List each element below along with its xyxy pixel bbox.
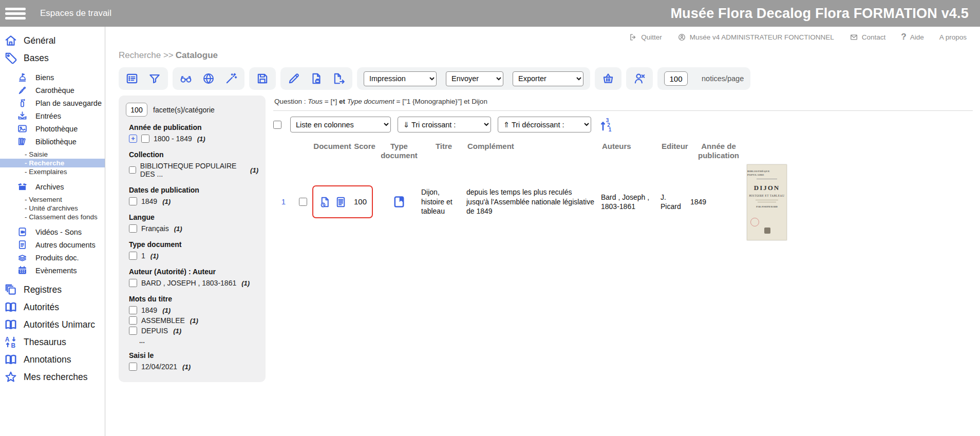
print-document-button[interactable] — [310, 72, 323, 85]
facet-checkbox[interactable] — [141, 135, 149, 143]
sidebar-item-recherche[interactable]: - Recherche — [0, 159, 105, 167]
notices-per-page: notices/page — [657, 67, 750, 90]
thumb-author-text: PAR JOSEPH BARD — [756, 205, 777, 208]
sidebar-item-annotations[interactable]: Annotations — [0, 351, 105, 368]
document-selection-box[interactable]: 100 — [312, 185, 373, 218]
facet-count-input[interactable] — [126, 103, 147, 117]
open-book-icon — [4, 318, 17, 331]
globe-search-button[interactable] — [202, 72, 215, 85]
question-mark-icon: ? — [901, 32, 906, 42]
sidebar-item-videos-sons[interactable]: Vidéos - Sons — [0, 225, 105, 238]
current-user[interactable]: Musée v4 ADMINISTRATEUR FONCTIONNEL — [677, 33, 834, 42]
facet-checkbox[interactable] — [129, 224, 137, 233]
sidebar-item-saisie[interactable]: - Saisie — [0, 150, 105, 159]
sidebar-item-classement-des-fonds[interactable]: - Classement des fonds — [0, 213, 105, 221]
basket-button[interactable] — [601, 72, 615, 85]
bell-icon — [17, 72, 28, 83]
quitter-link[interactable]: Quitter — [629, 33, 662, 42]
sidebar-item-plan-de-sauvegarde[interactable]: Plan de sauvegarde — [0, 97, 105, 109]
expand-plus-icon[interactable]: + — [129, 135, 137, 143]
facet-item: 1849 (1) — [126, 305, 258, 315]
facet-checkbox[interactable] — [129, 279, 137, 287]
sidebar-item-bibliotheque[interactable]: Bibliothèque — [0, 135, 105, 148]
facet-checkbox[interactable] — [129, 316, 137, 325]
sort-descending-select[interactable]: ⇑ Tri décroissant : — [498, 117, 591, 132]
inbox-download-icon — [17, 110, 28, 121]
user-circle-icon — [677, 33, 686, 42]
select-all-checkbox[interactable] — [273, 121, 281, 129]
document-history-icon[interactable] — [318, 196, 331, 208]
list-display-button[interactable] — [125, 72, 139, 85]
facet-checkbox[interactable] — [129, 306, 137, 314]
sidebar-item-autorites[interactable]: Autorités — [0, 298, 105, 316]
facet-group-saisi-le: Saisi le 12/04/2021 (1) — [126, 351, 258, 372]
aide-link[interactable]: ?Aide — [901, 32, 924, 42]
facet-more-link[interactable]: ... — [139, 337, 258, 345]
document-thumbnail[interactable]: BIBLIOTHÈQUE POPULAIRE DIJON HISTOIRE ET… — [747, 164, 787, 240]
facet-checkbox[interactable] — [129, 327, 137, 335]
results-header-row: Document Score Type document Titre Compl… — [273, 141, 973, 161]
sidebar-item-mes-recherches[interactable]: Mes recherches — [0, 368, 105, 386]
sidebar-item-biens[interactable]: Biens — [0, 71, 105, 84]
toolbar-group-actions: Impression Envoyer Exporter — [357, 67, 590, 90]
sidebar-item-phototheque[interactable]: Photothèque — [0, 122, 105, 135]
sort-numeric-icon[interactable] — [598, 117, 613, 132]
envoyer-select[interactable]: Envoyer — [446, 71, 503, 86]
facet-checkbox[interactable] — [129, 166, 136, 174]
sidebar-item-unite-archives[interactable]: - Unité d'archives — [0, 204, 105, 213]
image-icon — [17, 123, 28, 134]
facet-item: 1849 (1) — [126, 196, 258, 206]
edit-button[interactable] — [287, 72, 300, 85]
sort-ascending-select[interactable]: ⇓ Tri croissant : — [398, 117, 491, 132]
filter-button[interactable] — [148, 72, 161, 85]
sidebar-item-produits-doc[interactable]: Produits doc. — [0, 251, 105, 264]
sort-alpha-icon — [4, 335, 17, 349]
top-nav: Quitter Musée v4 ADMINISTRATEUR FONCTION… — [119, 29, 980, 45]
monograph-book-icon[interactable] — [392, 195, 406, 209]
facet-group-collection: Collection BIBLIOTHEQUE POPULAIRE DES ..… — [126, 150, 258, 179]
sidebar-item-evenements[interactable]: Evènements — [0, 264, 105, 277]
facet-checkbox[interactable] — [129, 363, 137, 371]
sidebar-item-thesaurus[interactable]: Thesaurus — [0, 333, 105, 351]
sidebar-item-bases[interactable]: Bases — [0, 49, 105, 67]
sidebar-item-autorites-unimarc[interactable]: Autorités Unimarc — [0, 316, 105, 333]
sidebar-item-autres-documents[interactable]: Autres documents — [0, 238, 105, 251]
sidebar-item-archives[interactable]: Archives — [0, 180, 105, 193]
sidebar-item-registres[interactable]: Registres — [0, 281, 105, 298]
facet-group-langue: Langue Français (1) — [126, 213, 258, 234]
facet-checkbox[interactable] — [129, 252, 137, 260]
open-book-icon — [4, 353, 17, 366]
magic-wand-button[interactable] — [224, 72, 238, 85]
row-checkbox[interactable] — [299, 198, 307, 206]
save-button[interactable] — [256, 72, 269, 85]
sidebar-item-exemplaires[interactable]: - Exemplaires — [0, 167, 105, 176]
facet-checkbox[interactable] — [129, 197, 137, 205]
sidebar-item-general[interactable]: Général — [0, 32, 105, 49]
list-mode-select[interactable]: Liste en colonnes — [290, 117, 391, 132]
carrot-icon — [17, 85, 28, 96]
main-content: Quitter Musée v4 ADMINISTRATEUR FONCTION… — [105, 27, 980, 436]
thumb-title-text: DIJON — [754, 183, 780, 192]
contact-link[interactable]: Contact — [850, 33, 886, 42]
a-propos-link[interactable]: A propos — [939, 33, 967, 41]
hamburger-menu-icon[interactable] — [5, 6, 27, 22]
column-header-titre: Titre — [421, 141, 466, 161]
thumb-stamp — [750, 218, 759, 226]
app-title: Musée Flora Decalog Flora FORMATION v4.5 — [670, 6, 980, 22]
sidebar-item-entrees[interactable]: Entrées — [0, 109, 105, 122]
document-notice-icon[interactable] — [334, 196, 347, 208]
breadcrumb: Recherche >>Catalogue — [119, 50, 980, 61]
export-document-button[interactable] — [332, 72, 346, 85]
glasses-view-button[interactable] — [179, 72, 193, 85]
row-index-link[interactable]: 1 — [273, 197, 294, 207]
notices-per-page-input[interactable] — [664, 71, 688, 86]
score-value: 100 — [354, 197, 367, 207]
facet-group-annee: Année de publication + 1800 - 1849 (1) — [126, 123, 258, 144]
toolbar-group-search — [173, 67, 244, 90]
tag-icon — [4, 51, 17, 65]
sidebar-item-versement[interactable]: - Versement — [0, 195, 105, 204]
sidebar-item-carotheque[interactable]: Carothèque — [0, 84, 105, 97]
impression-select[interactable]: Impression — [364, 71, 437, 86]
exporter-select[interactable]: Exporter — [513, 71, 583, 86]
remove-user-button[interactable] — [633, 72, 646, 85]
